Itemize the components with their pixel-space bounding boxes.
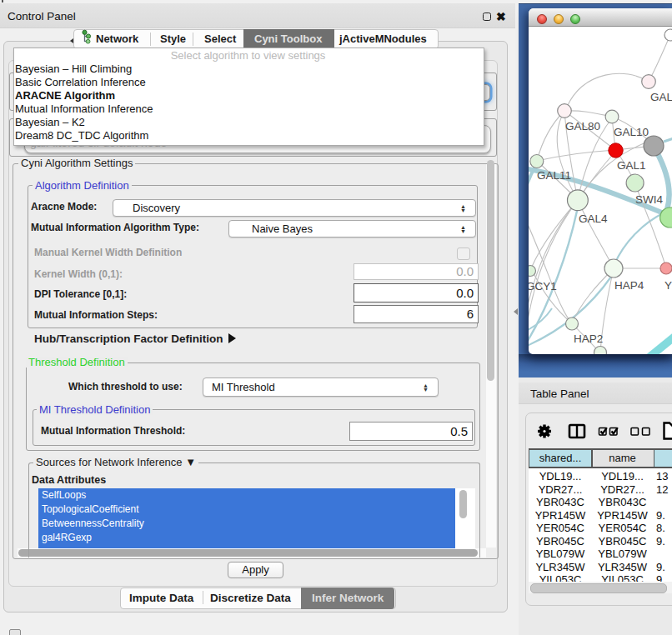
svg-text:GAL4: GAL4 [579,212,608,225]
svg-text:GCY1: GCY1 [529,280,557,292]
svg-text:HAP2: HAP2 [574,332,603,345]
svg-text:Y: Y [664,279,672,292]
svg-text:HAP4: HAP4 [614,279,644,292]
svg-text:GAL10: GAL10 [614,126,649,138]
svg-text:GAL80: GAL80 [565,120,600,132]
svg-text:GAL1: GAL1 [617,159,646,172]
svg-text:SWI4: SWI4 [635,193,663,206]
svg-text:GAL: GAL [650,91,672,103]
svg-text:GAL11: GAL11 [537,169,571,182]
